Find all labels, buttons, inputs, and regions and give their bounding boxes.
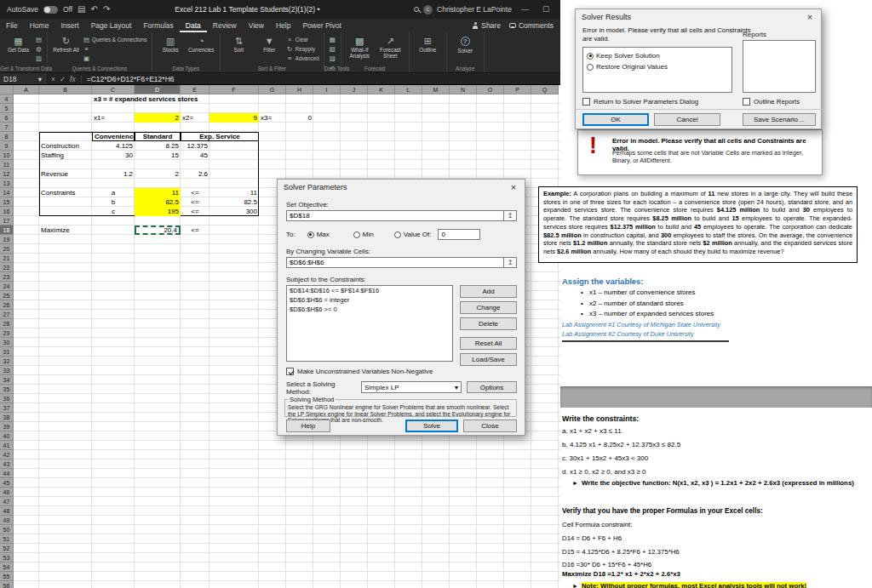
row-header-43[interactable]: 43: [0, 460, 14, 469]
col-header-K[interactable]: K: [368, 85, 395, 94]
cell-B14[interactable]: Constraints: [39, 188, 92, 197]
row-header-8[interactable]: 8: [0, 132, 14, 141]
menu-tab-formulas[interactable]: Formulas: [137, 19, 179, 32]
col-header-B[interactable]: B: [39, 85, 92, 94]
col-header-N[interactable]: N: [450, 85, 477, 94]
row-header-20[interactable]: 20: [0, 244, 14, 254]
row-header-6[interactable]: 6: [0, 113, 14, 123]
insert-function-icon[interactable]: fx: [70, 75, 76, 83]
row-header-27[interactable]: 27: [0, 310, 14, 319]
reports-listbox[interactable]: [743, 40, 816, 93]
queries-connections-button[interactable]: ▤Queries & Connections: [83, 35, 147, 43]
name-box[interactable]: D18 ▾: [0, 73, 46, 84]
cell-B10[interactable]: Staffing: [39, 151, 92, 160]
return-to-parameters-checkbox[interactable]: Return to Solver Parameters Dialog: [582, 98, 698, 106]
cell-C6[interactable]: x1=: [92, 113, 135, 123]
row-header-22[interactable]: 22: [0, 263, 14, 272]
cell-E16[interactable]: <=: [181, 207, 209, 216]
row-header-18[interactable]: 18: [0, 225, 14, 235]
row-header-35[interactable]: 35: [0, 385, 14, 394]
row-header-15[interactable]: 15: [0, 197, 14, 207]
row-header-29[interactable]: 29: [0, 328, 14, 338]
row-header-41[interactable]: 41: [0, 441, 14, 450]
col-header-J[interactable]: J: [341, 85, 368, 94]
solver-button[interactable]: ?Solver: [451, 35, 479, 54]
cell-E18[interactable]: <=: [181, 225, 209, 235]
cell-F15[interactable]: 82.5: [209, 197, 259, 207]
reset-all-button[interactable]: Reset All: [460, 337, 517, 350]
flash-fill-button[interactable]: ▧: [329, 44, 336, 53]
formula-input[interactable]: =C12*D6+D12*F6+E12*H6: [82, 75, 175, 83]
row-header-12[interactable]: 12: [0, 169, 14, 179]
cell-D14[interactable]: 11: [135, 188, 181, 197]
currencies-button[interactable]: ◔Currencies: [187, 35, 215, 53]
outline-button[interactable]: ⊞Outline: [414, 35, 442, 53]
solving-method-select[interactable]: Simplex LP ▾: [361, 381, 462, 393]
cancel-entry-icon[interactable]: ×: [51, 75, 55, 83]
col-header-A[interactable]: A: [14, 85, 39, 94]
row-header-13[interactable]: 13: [0, 179, 14, 188]
row-header-24[interactable]: 24: [0, 282, 14, 291]
row-header-37[interactable]: 37: [0, 403, 14, 413]
menu-tab-data[interactable]: Data: [180, 19, 207, 32]
cell-D10[interactable]: 15: [135, 151, 181, 160]
remove-duplicates-button[interactable]: ▨: [329, 54, 336, 62]
cell-E14[interactable]: <=: [181, 188, 209, 197]
row-header-42[interactable]: 42: [0, 450, 14, 460]
row-header-30[interactable]: 30: [0, 338, 14, 347]
menu-tab-view[interactable]: View: [243, 19, 270, 32]
row-header-17[interactable]: 17: [0, 216, 14, 225]
text-csv-button[interactable]: ▤: [35, 35, 43, 43]
select-all-corner[interactable]: [0, 85, 14, 94]
filter-button[interactable]: ▼Filter: [255, 35, 284, 53]
forecast-sheet-button[interactable]: ↗Forecast Sheet: [376, 35, 404, 59]
maximize-icon[interactable]: ☐: [538, 5, 554, 14]
row-header-21[interactable]: 21: [0, 254, 14, 263]
constraint-entry[interactable]: $D$6:$H$6 = integer: [287, 295, 452, 305]
cell-D16[interactable]: 195: [135, 207, 181, 216]
cell-E12[interactable]: 2.6: [181, 169, 209, 179]
menu-tab-file[interactable]: File: [0, 19, 24, 32]
row-header-38[interactable]: 38: [0, 413, 14, 422]
menu-tab-help[interactable]: Help: [270, 19, 296, 32]
cell-E6[interactable]: x2=: [181, 113, 209, 123]
col-header-F[interactable]: F: [209, 85, 259, 94]
row-header-39[interactable]: 39: [0, 422, 14, 431]
outline-reports-checkbox[interactable]: Outline Reports: [743, 98, 800, 106]
col-header-Q[interactable]: Q: [531, 85, 559, 94]
col-header-G[interactable]: G: [259, 85, 286, 94]
cell-B18[interactable]: Maximize: [39, 225, 92, 235]
cell-B9[interactable]: Construction: [39, 141, 92, 151]
row-header-33[interactable]: 33: [0, 366, 14, 375]
menu-tab-page-layout[interactable]: Page Layout: [85, 19, 138, 32]
row-header-19[interactable]: 19: [0, 235, 14, 244]
radio-max[interactable]: Max: [307, 231, 330, 238]
close-button[interactable]: Close: [463, 420, 517, 432]
cell-G6[interactable]: x3=: [259, 113, 286, 123]
minimize-icon[interactable]: —: [517, 5, 533, 14]
ok-button[interactable]: OK: [582, 113, 649, 126]
col-header-H[interactable]: H: [286, 85, 313, 94]
cell-C4[interactable]: x3 = # expanded services stores: [92, 94, 135, 104]
undo-icon[interactable]: ↶: [91, 5, 98, 14]
cell-E10[interactable]: 45: [181, 151, 209, 160]
cell-C16[interactable]: c: [92, 207, 135, 216]
col-header-E[interactable]: E: [181, 85, 209, 94]
change-button[interactable]: Change: [460, 301, 517, 314]
col-header-O[interactable]: O: [477, 85, 504, 94]
links-button[interactable]: ▣: [83, 54, 147, 62]
comments-button[interactable]: Comments: [509, 21, 554, 30]
col-header-D[interactable]: D: [135, 85, 181, 94]
help-button[interactable]: Help: [286, 420, 330, 432]
range-button[interactable]: ▥: [35, 54, 43, 62]
row-header-16[interactable]: 16: [0, 207, 14, 216]
constraints-listbox[interactable]: $D$14:$D$16 <= $F$14:$F$16$D$6:$H$6 = in…: [286, 285, 453, 362]
clear-button[interactable]: ×Clear: [286, 35, 319, 43]
cell-C14[interactable]: a: [92, 188, 135, 197]
load-save-button[interactable]: Load/Save: [460, 353, 517, 366]
cell-C8[interactable]: Convenience: [92, 132, 135, 141]
save-scenario-button[interactable]: Save Scenario…: [743, 113, 816, 126]
row-header-54[interactable]: 54: [0, 562, 14, 572]
cell-D15[interactable]: 82.5: [135, 197, 181, 207]
range-select-icon[interactable]: ↥: [504, 257, 517, 268]
